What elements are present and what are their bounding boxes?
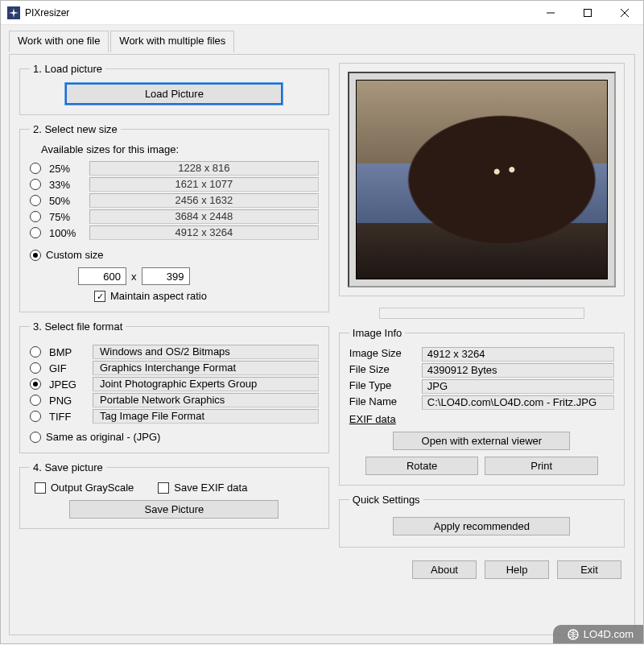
watermark: LO4D.com: [553, 625, 643, 643]
tab-multiple-files[interactable]: Work with multiple files: [110, 31, 234, 52]
group-quick-legend: Quick Settings: [349, 494, 423, 506]
info-label-filesize: File Size: [349, 363, 417, 378]
save-exif-label: Save EXIF data: [174, 482, 247, 494]
app-icon: [7, 6, 20, 19]
format-code: BMP: [49, 346, 85, 358]
size-options-list: 25% 1228 x 816 33% 1621 x 1077 50% 2456 …: [30, 160, 319, 241]
info-value-type: JPG: [422, 379, 614, 394]
format-same-label: Same as original - (JPG): [46, 431, 160, 443]
size-radio-100[interactable]: [30, 227, 41, 238]
minimize-button[interactable]: [532, 1, 569, 25]
format-desc: Portable Network Graphics: [93, 393, 319, 407]
group-image-info: Image Info Image Size 4912 x 3264 File S…: [339, 327, 625, 486]
tab-page: 1. Load picture Load Picture 2. Select n…: [9, 54, 635, 635]
close-button[interactable]: [606, 1, 643, 25]
size-pct-label: 33%: [49, 179, 81, 191]
left-column: 1. Load picture Load Picture 2. Select n…: [19, 63, 329, 625]
size-dim-value: 1228 x 816: [89, 161, 319, 176]
size-dim-value: 4912 x 3264: [89, 225, 319, 240]
format-radio-gif[interactable]: [30, 362, 41, 374]
size-pct-label: 50%: [49, 195, 81, 207]
size-pct-label: 25%: [49, 163, 81, 175]
preview-image: [356, 80, 608, 279]
maintain-ratio-checkbox[interactable]: [94, 291, 105, 302]
exif-data-link[interactable]: EXIF data: [349, 413, 396, 425]
info-label-type: File Type: [349, 379, 417, 394]
info-label-name: File Name: [349, 395, 417, 410]
size-radio-50[interactable]: [30, 195, 41, 206]
info-value-filesize: 4390912 Bytes: [422, 363, 614, 378]
app-window: PIXresizer Work with one file Work with …: [0, 0, 644, 644]
format-code: GIF: [49, 362, 85, 374]
footer-buttons: About Help Exit: [339, 560, 625, 579]
info-label-size: Image Size: [349, 347, 417, 362]
grayscale-label: Output GrayScale: [51, 482, 134, 494]
format-code: TIFF: [49, 411, 85, 423]
watermark-text: LO4D.com: [584, 628, 634, 640]
group-load-picture: 1. Load picture Load Picture: [19, 63, 329, 115]
size-radio-25[interactable]: [30, 163, 41, 174]
group-file-format: 3. Select file format BMP Windows and OS…: [19, 320, 329, 453]
format-desc: Graphics Interchange Format: [93, 361, 319, 375]
help-button[interactable]: Help: [485, 560, 549, 579]
tabstrip: Work with one file Work with multiple fi…: [9, 30, 635, 52]
format-desc: Tag Image File Format: [93, 409, 319, 424]
tab-one-file[interactable]: Work with one file: [9, 31, 109, 52]
format-desc: Joint Photographic Experts Group: [93, 377, 319, 391]
available-sizes-label: Available sizes for this image:: [41, 143, 319, 155]
format-radio-jpeg[interactable]: [30, 378, 41, 390]
custom-height-input[interactable]: [142, 267, 190, 285]
size-dim-value: 1621 x 1077: [89, 177, 319, 192]
format-options-list: BMP Windows and OS/2 Bitmaps GIF Graphic…: [30, 344, 319, 424]
apply-recommended-button[interactable]: Apply recommended: [393, 517, 570, 535]
save-picture-button[interactable]: Save Picture: [69, 500, 279, 519]
group-save-legend: 4. Save picture: [30, 461, 106, 473]
open-external-button[interactable]: Open with external viewer: [393, 432, 570, 450]
grayscale-checkbox[interactable]: [35, 482, 46, 494]
custom-x-label: x: [131, 271, 137, 283]
info-value-size: 4912 x 3264: [422, 347, 614, 362]
load-picture-button[interactable]: Load Picture: [65, 83, 283, 105]
info-value-name: C:\LO4D.com\LO4D.com - Fritz.JPG: [422, 395, 614, 410]
maintain-ratio-label: Maintain aspect ratio: [110, 290, 207, 302]
size-dim-value: 2456 x 1632: [89, 193, 319, 208]
about-button[interactable]: About: [412, 560, 477, 579]
format-code: JPEG: [49, 378, 85, 391]
format-radio-tiff[interactable]: [30, 411, 41, 422]
size-dim-value: 3684 x 2448: [89, 209, 319, 224]
group-load-legend: 1. Load picture: [30, 63, 105, 75]
globe-icon: [568, 629, 579, 640]
print-button[interactable]: Print: [485, 457, 598, 475]
size-radio-75[interactable]: [30, 211, 41, 222]
size-pct-label: 75%: [49, 211, 81, 223]
client-area: Work with one file Work with multiple fi…: [1, 25, 643, 643]
group-info-legend: Image Info: [349, 327, 405, 339]
titlebar: PIXresizer: [1, 1, 643, 25]
group-select-size: 2. Select new size Available sizes for t…: [19, 123, 329, 312]
format-radio-same[interactable]: [30, 432, 41, 443]
group-save-picture: 4. Save picture Output GrayScale Save EX…: [19, 461, 329, 529]
window-controls: [532, 1, 643, 24]
exit-button[interactable]: Exit: [557, 560, 621, 579]
group-size-legend: 2. Select new size: [30, 123, 121, 135]
window-title: PIXresizer: [25, 7, 532, 19]
maximize-button[interactable]: [569, 1, 606, 25]
group-quick-settings: Quick Settings Apply recommended: [339, 494, 625, 548]
save-exif-checkbox[interactable]: [158, 482, 169, 494]
preview-panel: [339, 63, 625, 296]
custom-width-input[interactable]: [78, 267, 126, 285]
size-pct-label: 100%: [49, 227, 81, 239]
custom-size-label: Custom size: [46, 249, 104, 261]
format-radio-bmp[interactable]: [30, 346, 41, 358]
format-desc: Windows and OS/2 Bitmaps: [93, 345, 319, 359]
preview-frame: [348, 72, 616, 287]
right-column: Image Info Image Size 4912 x 3264 File S…: [339, 63, 625, 625]
preview-slider[interactable]: [379, 308, 584, 319]
size-radio-33[interactable]: [30, 179, 41, 190]
svg-rect-0: [584, 10, 592, 17]
size-radio-custom[interactable]: [30, 250, 41, 261]
format-radio-png[interactable]: [30, 395, 41, 406]
group-format-legend: 3. Select file format: [30, 320, 126, 333]
format-code: PNG: [49, 395, 85, 407]
rotate-button[interactable]: Rotate: [365, 457, 479, 475]
